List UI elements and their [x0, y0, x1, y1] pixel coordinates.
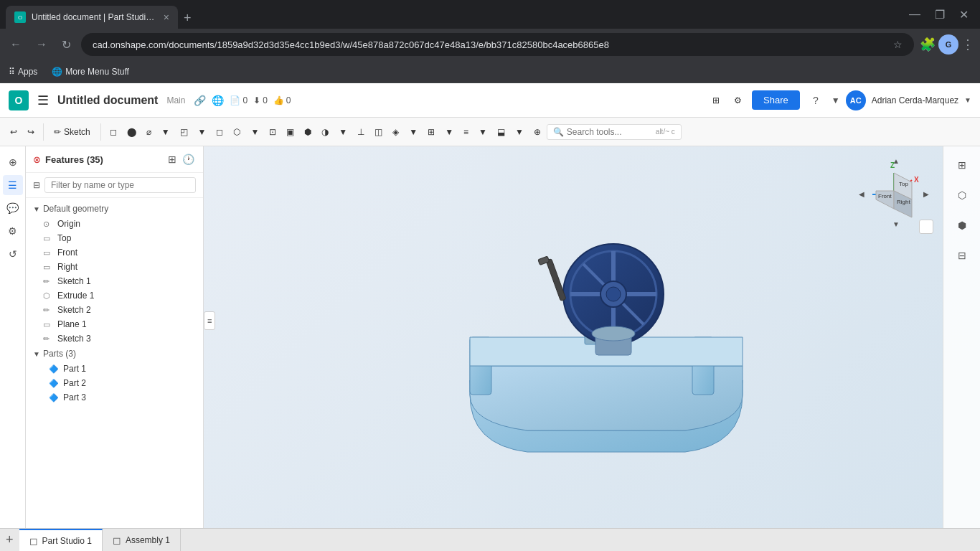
tool22[interactable]: ▼ [474, 124, 491, 140]
target-btn[interactable]: ⊕ [529, 124, 545, 140]
search-tools-input[interactable] [567, 127, 653, 137]
feature-list: ▼ Default geometry ⊙ Origin ▭ Top ▭ Fron… [26, 198, 203, 528]
onshape-logo: O [9, 90, 29, 110]
cube-settings-btn[interactable]: ⚙ [919, 220, 933, 234]
tool6[interactable]: ▼ [194, 124, 211, 140]
view-tool-1[interactable]: ⊞ [949, 152, 975, 178]
globe-icon[interactable]: 🌐 [212, 95, 224, 106]
menu-icon[interactable]: ⋮ [961, 37, 974, 52]
settings-button[interactable]: ⚙ [730, 93, 746, 108]
tool16[interactable]: ◫ [370, 124, 387, 140]
tool8[interactable]: ⬡ [229, 124, 245, 140]
feature-item-part3[interactable]: 🔷 Part 3 [26, 390, 203, 405]
tool3[interactable]: ⌀ [142, 124, 156, 140]
svg-text:▼: ▼ [892, 220, 900, 228]
feature-panel-clock-icon[interactable]: 🕐 [181, 152, 196, 166]
feature-item-part2[interactable]: 🔷 Part 2 [26, 376, 203, 390]
profile-icon[interactable]: G [938, 34, 958, 55]
active-tab[interactable]: O Untitled document | Part Studio... × [6, 6, 178, 29]
feature-item-sketch2[interactable]: ✏ Sketch 2 [26, 303, 203, 317]
panel-expand-handle[interactable]: ≡ [204, 311, 215, 330]
part-studio-tab[interactable]: ◻ Part Studio 1 [19, 529, 103, 552]
undo-button[interactable]: ↩ [6, 124, 22, 140]
grid-view-button[interactable]: ⊞ [708, 93, 724, 108]
feature-panel-title: Features (35) [45, 154, 162, 165]
apps-bookmark[interactable]: ⠿ Apps [6, 65, 40, 78]
view-cube-gizmo[interactable]: X Z Top Front Right ▲ ▼ ▶ [854, 155, 933, 234]
tool13[interactable]: ◑ [317, 124, 333, 140]
comment-icon[interactable]: 💬 [3, 198, 23, 218]
feature-item-sketch1[interactable]: ✏ Sketch 1 [26, 274, 203, 288]
feature-item-top[interactable]: ▭ Top [26, 231, 203, 245]
share-button[interactable]: Share [752, 90, 800, 110]
tool12[interactable]: ⬢ [300, 124, 316, 140]
tool9[interactable]: ▼ [246, 124, 263, 140]
sketch-button[interactable]: ✏ Sketch [48, 124, 96, 140]
tool17[interactable]: ◈ [388, 124, 403, 140]
tool21[interactable]: ≡ [459, 124, 473, 140]
default-geometry-header[interactable]: ▼ Default geometry [26, 201, 203, 217]
assembly-icon[interactable]: ⚙ [3, 221, 23, 241]
tool15[interactable]: ⊥ [353, 124, 369, 140]
feature-item-plane1[interactable]: ▭ Plane 1 [26, 317, 203, 331]
tab-title: Untitled document | Part Studio... [32, 12, 158, 22]
address-bar-icons: ☆ [893, 39, 903, 50]
tool14[interactable]: ▼ [334, 124, 352, 140]
feature-filter-input[interactable] [44, 177, 196, 193]
back-button[interactable]: ← [6, 35, 26, 54]
hamburger-menu[interactable]: ☰ [34, 90, 52, 111]
view-tool-4[interactable]: ⊟ [949, 242, 975, 268]
svg-text:◀: ◀ [859, 190, 864, 198]
right-plane-icon: ▭ [43, 263, 53, 272]
parts-section-header[interactable]: ▼ Parts (3) [26, 346, 203, 362]
feature-item-extrude1[interactable]: ⬡ Extrude 1 [26, 288, 203, 303]
minimize-button[interactable]: — [903, 5, 926, 24]
search-tools-box[interactable]: 🔍 alt/~ c [547, 124, 682, 140]
tool11[interactable]: ▣ [282, 124, 298, 140]
extensions-icon[interactable]: 🧩 [920, 37, 936, 52]
front-plane-icon: ▭ [43, 248, 53, 258]
tab-close-btn[interactable]: × [164, 11, 169, 23]
tool20[interactable]: ▼ [440, 124, 458, 140]
new-tab-button[interactable]: + [178, 8, 197, 29]
more-menu-bookmark[interactable]: 🌐 More Menu Stuff [49, 65, 132, 78]
bookmark-star-icon[interactable]: ☆ [893, 39, 903, 50]
view-tool-3[interactable]: ⬢ [949, 212, 975, 238]
add-feature-icon[interactable]: ⊕ [3, 152, 23, 172]
new-button[interactable]: ◻ [105, 124, 121, 140]
feature-item-origin[interactable]: ⊙ Origin [26, 217, 203, 231]
feature-item-part1[interactable]: 🔷 Part 1 [26, 362, 203, 376]
header-right: ⊞ ⚙ Share ? ▼ AC Adrian Cerda-Marquez ▼ [708, 90, 971, 110]
features-icon[interactable]: ☰ [3, 175, 23, 195]
circle-tool[interactable]: ⬤ [123, 124, 141, 140]
files-badge: 📄 0 [230, 95, 248, 105]
3d-viewport[interactable]: ≡ [204, 146, 980, 528]
tool10[interactable]: ⊡ [265, 124, 281, 140]
plane1-label: Plane 1 [57, 319, 87, 329]
tool7[interactable]: ◻ [212, 124, 227, 140]
view-tool-2[interactable]: ⬡ [949, 182, 975, 208]
tool24[interactable]: ▼ [511, 124, 528, 140]
tool23[interactable]: ⬓ [493, 124, 509, 140]
close-button[interactable]: ✕ [953, 5, 974, 24]
link-icon[interactable]: 🔗 [194, 95, 206, 106]
address-bar[interactable]: cad.onshape.com/documents/1859a9d32d3d35… [81, 33, 914, 56]
tool5[interactable]: ◰ [176, 124, 192, 140]
forward-button[interactable]: → [32, 35, 52, 54]
tool4[interactable]: ▼ [157, 124, 174, 140]
reload-button[interactable]: ↻ [57, 35, 75, 55]
history-icon[interactable]: ↺ [3, 244, 23, 264]
maximize-button[interactable]: ❐ [929, 5, 951, 24]
add-tab-button[interactable]: + [0, 529, 19, 552]
tool19[interactable]: ⊞ [423, 124, 439, 140]
feature-panel-search-icon[interactable]: ⊞ [166, 152, 178, 166]
search-shortcut: alt/~ c [656, 128, 675, 136]
help-button[interactable]: ? [806, 90, 826, 110]
tool18[interactable]: ▼ [405, 124, 422, 140]
redo-button[interactable]: ↪ [23, 124, 39, 140]
feature-item-right[interactable]: ▭ Right [26, 260, 203, 274]
assembly-tab[interactable]: ◻ Assembly 1 [103, 529, 181, 552]
viewport-right-toolbar: ⊞ ⬡ ⬢ ⊟ [943, 146, 980, 528]
feature-item-sketch3[interactable]: ✏ Sketch 3 [26, 331, 203, 346]
feature-item-front[interactable]: ▭ Front [26, 245, 203, 260]
